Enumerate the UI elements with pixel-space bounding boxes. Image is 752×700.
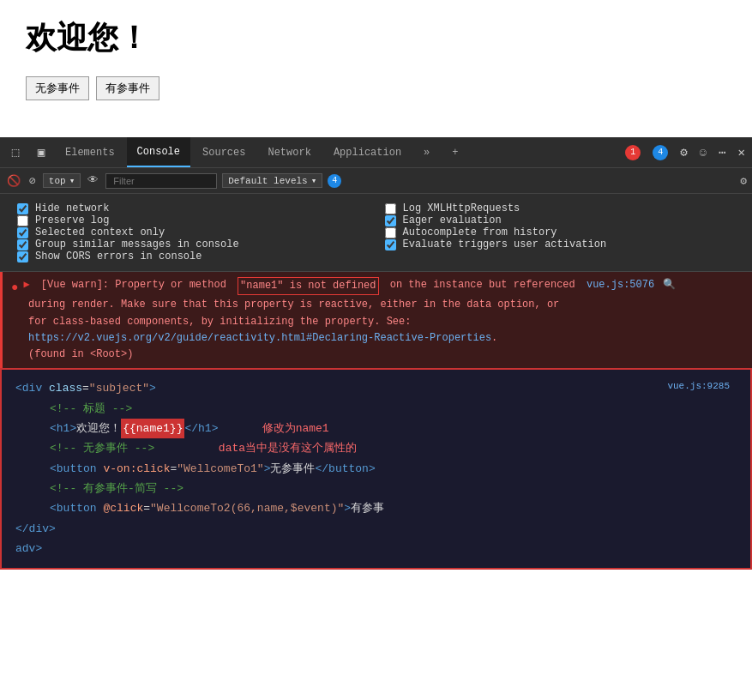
warning-count-badge: 4 xyxy=(653,145,668,160)
code-space xyxy=(42,378,49,398)
selected-context-label: Selected context only xyxy=(35,226,165,238)
hide-network-label: Hide network xyxy=(35,202,109,214)
code-comment-with-event: <!-- 有参事件-简写 --> xyxy=(50,479,183,498)
error-found-text: (found in <Root>) xyxy=(11,347,743,363)
filter-icon[interactable]: ⊘ xyxy=(27,172,38,190)
evaluate-triggers-checkbox[interactable] xyxy=(385,239,396,250)
context-selector[interactable]: top ▾ xyxy=(43,173,81,188)
code-name1-highlight: {{name1}} xyxy=(121,419,184,438)
evaluate-triggers-label: Evaluate triggers user activation xyxy=(403,238,607,250)
code-line-button2: <button @click = "WellcomeTo2(66,name,$e… xyxy=(15,498,737,518)
dt-tab-actions: 1 4 ⚙ ☺ ⋯ ✕ xyxy=(622,143,749,162)
code-block: vue.js:9285 <div class = "subject" > <!-… xyxy=(0,368,752,570)
code-line-button1: <button v-on:click = "WellcomeTo1" > 无参事… xyxy=(15,459,737,479)
code-line-comment2: <!-- 无参事件 --> data当中是没有这个属性的 xyxy=(15,438,737,458)
tab-console[interactable]: Console xyxy=(127,137,190,167)
code-h1-open: <h1> xyxy=(50,419,76,438)
code-btn2-eq: = xyxy=(143,498,150,518)
hide-network-checkbox[interactable] xyxy=(17,203,28,214)
eager-eval-label: Eager evaluation xyxy=(403,214,502,226)
setting-eager-eval: Eager evaluation xyxy=(385,214,736,226)
no-event-button[interactable]: 无参事件 xyxy=(26,76,89,100)
error-search-icon[interactable]: 🔍 xyxy=(663,277,676,293)
settings-icon[interactable]: ⚙ xyxy=(677,143,690,161)
setting-hide-network: Hide network xyxy=(17,202,368,214)
settings-right-col: Log XMLHttpRequests Eager evaluation Aut… xyxy=(385,202,736,262)
code-btn2-text: 有参事 xyxy=(351,498,384,518)
clear-console-icon[interactable]: 🚫 xyxy=(5,172,22,190)
more-icon[interactable]: ⋯ xyxy=(715,143,729,161)
code-btn2-val: "WellcomeTo2(66,name,$event)" xyxy=(150,498,344,518)
code-note-data: data当中是没有这个属性的 xyxy=(171,438,357,458)
console-toolbar: 🚫 ⊘ top ▾ 👁 Default levels ▾ 4 ⚙ xyxy=(0,168,752,194)
devtools-tabs-bar: ⬚ ▣ Elements Console Sources Network App… xyxy=(0,137,752,168)
setting-selected-context: Selected context only xyxy=(17,226,368,238)
code-div-close: </div> xyxy=(15,519,56,539)
setting-preserve-log: Preserve log xyxy=(17,214,368,226)
error-vuejs-link[interactable]: https://v2.vuejs.org/v2/guide/reactivity… xyxy=(28,332,491,344)
log-xmlhttp-checkbox[interactable] xyxy=(385,203,396,214)
code-equals: = xyxy=(82,378,89,398)
tab-add[interactable]: + xyxy=(442,137,468,167)
error-vue-link[interactable]: vue.js:5076 xyxy=(587,277,654,293)
cors-errors-label: Show CORS errors in console xyxy=(35,250,202,262)
log-xmlhttp-label: Log XMLHttpRequests xyxy=(403,202,520,214)
autocomplete-history-label: Autocomplete from history xyxy=(403,226,557,238)
eye-icon[interactable]: 👁 xyxy=(86,172,100,189)
setting-group-similar: Group similar messages in console xyxy=(17,238,368,250)
code-btn1-endtag: </button> xyxy=(315,459,375,479)
tab-more[interactable]: » xyxy=(413,137,440,167)
code-btn2-atclick: @click xyxy=(103,498,143,518)
code-attr-class: class xyxy=(49,378,82,398)
inspect-icon[interactable]: ⬚ xyxy=(3,141,27,165)
code-btn1-close: > xyxy=(264,459,271,479)
code-adv-text: adv> xyxy=(15,539,42,558)
console-count-badge: 4 xyxy=(328,174,341,188)
log-levels-label: Default levels xyxy=(228,176,307,186)
code-tag-close: > xyxy=(149,378,156,398)
code-btn1-text: 无参事件 xyxy=(270,459,315,479)
eager-eval-checkbox[interactable] xyxy=(385,215,396,226)
code-tag-open: <div xyxy=(15,378,42,398)
devtools-panel: ⬚ ▣ Elements Console Sources Network App… xyxy=(0,137,752,570)
tab-application[interactable]: Application xyxy=(323,137,412,167)
cors-errors-checkbox[interactable] xyxy=(17,251,28,262)
context-label: top xyxy=(49,176,66,186)
code-btn1-open: <button xyxy=(50,459,97,479)
preserve-log-checkbox[interactable] xyxy=(17,215,28,226)
autocomplete-history-checkbox[interactable] xyxy=(385,227,396,238)
filter-input[interactable] xyxy=(105,173,217,189)
user-icon[interactable]: ☺ xyxy=(696,144,710,161)
group-similar-checkbox[interactable] xyxy=(17,239,28,250)
code-line-comment3: <!-- 有参事件-简写 --> xyxy=(15,479,737,498)
setting-autocomplete-history: Autocomplete from history xyxy=(385,226,736,238)
setting-log-xmlhttp: Log XMLHttpRequests xyxy=(385,202,736,214)
tab-sources[interactable]: Sources xyxy=(192,137,256,167)
code-btn2-close: > xyxy=(344,498,351,518)
error-count-badge: 1 xyxy=(625,145,641,160)
setting-evaluate-triggers: Evaluate triggers user activation xyxy=(385,238,736,250)
log-levels-selector[interactable]: Default levels ▾ xyxy=(222,173,322,188)
error-line1: ● ▶ [Vue warn]: Property or method "name… xyxy=(11,277,743,297)
with-event-button[interactable]: 有参事件 xyxy=(96,76,159,100)
device-icon[interactable]: ▣ xyxy=(29,141,53,165)
error-badge[interactable]: 1 xyxy=(622,143,644,162)
warning-badge[interactable]: 4 xyxy=(649,143,671,162)
preserve-log-label: Preserve log xyxy=(35,214,109,226)
selected-context-checkbox[interactable] xyxy=(17,227,28,238)
close-icon[interactable]: ✕ xyxy=(735,143,749,161)
code-vue-link[interactable]: vue.js:9285 xyxy=(667,378,730,395)
code-btn1-von: v-on:click xyxy=(103,459,170,479)
tab-network[interactable]: Network xyxy=(257,137,321,167)
code-btn1-val: "WellcomeTo1" xyxy=(177,459,263,479)
code-h1-close: </h1> xyxy=(184,419,218,438)
code-line-h1: <h1> 欢迎您！ {{name1}} </h1> 修改为name1 xyxy=(15,419,737,438)
settings-cog-icon[interactable]: ⚙ xyxy=(740,174,747,188)
console-error-message: ● ▶ [Vue warn]: Property or method "name… xyxy=(0,272,752,368)
tab-elements[interactable]: Elements xyxy=(55,137,125,167)
error-line3: for class-based components, by initializ… xyxy=(11,314,743,347)
page-buttons: 无参事件 有参事件 xyxy=(26,76,726,100)
code-comment-title: <!-- 标题 --> xyxy=(50,399,132,419)
code-btn2-open: <button xyxy=(50,498,97,518)
context-dropdown-icon: ▾ xyxy=(69,175,75,186)
